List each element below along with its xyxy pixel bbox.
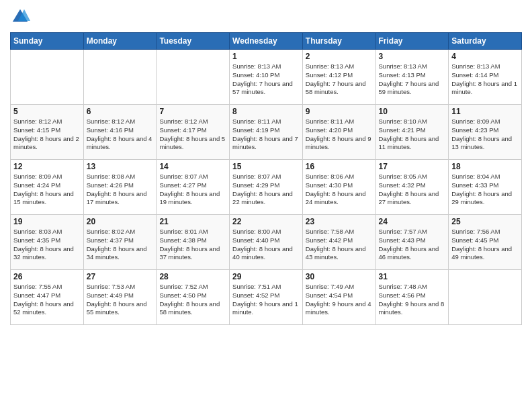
- day-number: 25: [451, 217, 519, 226]
- day-number: 4: [451, 52, 519, 61]
- day-info: Sunrise: 8:11 AM Sunset: 4:20 PM Dayligh…: [306, 118, 373, 152]
- day-info: Sunrise: 8:11 AM Sunset: 4:19 PM Dayligh…: [232, 118, 300, 152]
- calendar-cell: [83, 50, 157, 105]
- day-number: 28: [159, 272, 226, 281]
- calendar-cell: [157, 50, 230, 105]
- day-info: Sunrise: 8:13 AM Sunset: 4:10 PM Dayligh…: [232, 62, 300, 97]
- calendar-cell: 28Sunrise: 7:52 AM Sunset: 4:50 PM Dayli…: [157, 270, 230, 325]
- calendar-cell: 21Sunrise: 8:01 AM Sunset: 4:38 PM Dayli…: [157, 215, 230, 270]
- day-info: Sunrise: 8:12 AM Sunset: 4:17 PM Dayligh…: [159, 118, 226, 152]
- day-number: 27: [87, 272, 154, 281]
- calendar-cell: 7Sunrise: 8:12 AM Sunset: 4:17 PM Daylig…: [157, 105, 230, 160]
- day-number: 2: [306, 52, 373, 61]
- day-info: Sunrise: 8:02 AM Sunset: 4:37 PM Dayligh…: [87, 228, 154, 262]
- day-info: Sunrise: 7:55 AM Sunset: 4:47 PM Dayligh…: [13, 283, 81, 317]
- day-info: Sunrise: 8:13 AM Sunset: 4:12 PM Dayligh…: [306, 62, 373, 97]
- day-info: Sunrise: 7:56 AM Sunset: 4:45 PM Dayligh…: [451, 228, 519, 262]
- day-number: 16: [306, 162, 373, 171]
- calendar-cell: 20Sunrise: 8:02 AM Sunset: 4:37 PM Dayli…: [83, 215, 157, 270]
- weekday-header: Thursday: [302, 33, 375, 50]
- day-number: 11: [451, 107, 519, 116]
- day-number: 19: [13, 217, 81, 226]
- day-info: Sunrise: 8:13 AM Sunset: 4:14 PM Dayligh…: [451, 62, 519, 97]
- calendar-week-row: 19Sunrise: 8:03 AM Sunset: 4:35 PM Dayli…: [11, 215, 522, 270]
- calendar-cell: 22Sunrise: 8:00 AM Sunset: 4:40 PM Dayli…: [230, 215, 303, 270]
- calendar-week-row: 26Sunrise: 7:55 AM Sunset: 4:47 PM Dayli…: [11, 270, 522, 325]
- logo-icon: [10, 7, 30, 27]
- header: [10, 7, 522, 27]
- calendar-cell: 10Sunrise: 8:10 AM Sunset: 4:21 PM Dayli…: [375, 105, 449, 160]
- calendar-cell: 12Sunrise: 8:09 AM Sunset: 4:24 PM Dayli…: [11, 160, 84, 215]
- day-number: 18: [451, 162, 519, 171]
- day-info: Sunrise: 8:07 AM Sunset: 4:29 PM Dayligh…: [232, 173, 300, 207]
- day-info: Sunrise: 8:07 AM Sunset: 4:27 PM Dayligh…: [159, 173, 226, 207]
- weekday-header: Sunday: [11, 33, 84, 50]
- day-info: Sunrise: 8:05 AM Sunset: 4:32 PM Dayligh…: [379, 173, 446, 207]
- day-info: Sunrise: 8:09 AM Sunset: 4:24 PM Dayligh…: [13, 173, 81, 207]
- calendar-cell: 11Sunrise: 8:09 AM Sunset: 4:23 PM Dayli…: [449, 105, 522, 160]
- day-number: 24: [379, 217, 446, 226]
- calendar-week-row: 5Sunrise: 8:12 AM Sunset: 4:15 PM Daylig…: [11, 105, 522, 160]
- day-info: Sunrise: 8:06 AM Sunset: 4:30 PM Dayligh…: [306, 173, 373, 207]
- day-number: 29: [232, 272, 300, 281]
- calendar-cell: 15Sunrise: 8:07 AM Sunset: 4:29 PM Dayli…: [230, 160, 303, 215]
- day-number: 26: [13, 272, 81, 281]
- weekday-header: Monday: [83, 33, 157, 50]
- calendar-cell: 2Sunrise: 8:13 AM Sunset: 4:12 PM Daylig…: [302, 50, 375, 105]
- calendar-cell: 17Sunrise: 8:05 AM Sunset: 4:32 PM Dayli…: [375, 160, 449, 215]
- day-info: Sunrise: 7:53 AM Sunset: 4:49 PM Dayligh…: [87, 283, 154, 317]
- day-number: 22: [232, 217, 300, 226]
- weekday-header: Tuesday: [157, 33, 230, 50]
- calendar-week-row: 12Sunrise: 8:09 AM Sunset: 4:24 PM Dayli…: [11, 160, 522, 215]
- day-number: 17: [379, 162, 446, 171]
- calendar-cell: 18Sunrise: 8:04 AM Sunset: 4:33 PM Dayli…: [449, 160, 522, 215]
- calendar-cell: 16Sunrise: 8:06 AM Sunset: 4:30 PM Dayli…: [302, 160, 375, 215]
- weekday-header: Wednesday: [230, 33, 303, 50]
- day-number: 12: [13, 162, 81, 171]
- day-info: Sunrise: 7:52 AM Sunset: 4:50 PM Dayligh…: [159, 283, 226, 317]
- calendar-cell: 13Sunrise: 8:08 AM Sunset: 4:26 PM Dayli…: [83, 160, 157, 215]
- calendar-cell: 3Sunrise: 8:13 AM Sunset: 4:13 PM Daylig…: [375, 50, 449, 105]
- day-number: 1: [232, 52, 300, 61]
- day-number: 14: [159, 162, 226, 171]
- day-info: Sunrise: 8:12 AM Sunset: 4:15 PM Dayligh…: [13, 118, 81, 152]
- calendar-cell: 31Sunrise: 7:48 AM Sunset: 4:56 PM Dayli…: [375, 270, 449, 325]
- calendar-cell: 19Sunrise: 8:03 AM Sunset: 4:35 PM Dayli…: [11, 215, 84, 270]
- calendar-cell: 1Sunrise: 8:13 AM Sunset: 4:10 PM Daylig…: [230, 50, 303, 105]
- calendar-cell: 26Sunrise: 7:55 AM Sunset: 4:47 PM Dayli…: [11, 270, 84, 325]
- calendar-week-row: 1Sunrise: 8:13 AM Sunset: 4:10 PM Daylig…: [11, 50, 522, 105]
- calendar-cell: 6Sunrise: 8:12 AM Sunset: 4:16 PM Daylig…: [83, 105, 157, 160]
- calendar-cell: 14Sunrise: 8:07 AM Sunset: 4:27 PM Dayli…: [157, 160, 230, 215]
- day-info: Sunrise: 8:10 AM Sunset: 4:21 PM Dayligh…: [379, 118, 446, 152]
- calendar-cell: 9Sunrise: 8:11 AM Sunset: 4:20 PM Daylig…: [302, 105, 375, 160]
- day-number: 23: [306, 217, 373, 226]
- logo: [10, 7, 33, 27]
- day-info: Sunrise: 8:03 AM Sunset: 4:35 PM Dayligh…: [13, 228, 81, 262]
- day-info: Sunrise: 7:51 AM Sunset: 4:52 PM Dayligh…: [232, 283, 300, 317]
- day-number: 31: [379, 272, 446, 281]
- calendar-cell: 29Sunrise: 7:51 AM Sunset: 4:52 PM Dayli…: [230, 270, 303, 325]
- day-number: 13: [87, 162, 154, 171]
- day-number: 7: [159, 107, 226, 116]
- calendar-cell: [11, 50, 84, 105]
- day-info: Sunrise: 7:48 AM Sunset: 4:56 PM Dayligh…: [379, 283, 446, 317]
- weekday-header: Saturday: [449, 33, 522, 50]
- day-info: Sunrise: 8:13 AM Sunset: 4:13 PM Dayligh…: [379, 62, 446, 97]
- calendar-cell: 30Sunrise: 7:49 AM Sunset: 4:54 PM Dayli…: [302, 270, 375, 325]
- day-number: 30: [306, 272, 373, 281]
- day-number: 9: [306, 107, 373, 116]
- day-info: Sunrise: 8:08 AM Sunset: 4:26 PM Dayligh…: [87, 173, 154, 207]
- calendar-cell: 25Sunrise: 7:56 AM Sunset: 4:45 PM Dayli…: [449, 215, 522, 270]
- day-number: 8: [232, 107, 300, 116]
- day-number: 21: [159, 217, 226, 226]
- weekday-header-row: SundayMondayTuesdayWednesdayThursdayFrid…: [11, 33, 522, 50]
- day-number: 6: [87, 107, 154, 116]
- calendar-cell: 5Sunrise: 8:12 AM Sunset: 4:15 PM Daylig…: [11, 105, 84, 160]
- day-info: Sunrise: 7:49 AM Sunset: 4:54 PM Dayligh…: [306, 283, 373, 317]
- day-number: 10: [379, 107, 446, 116]
- calendar-cell: 4Sunrise: 8:13 AM Sunset: 4:14 PM Daylig…: [449, 50, 522, 105]
- day-info: Sunrise: 8:09 AM Sunset: 4:23 PM Dayligh…: [451, 118, 519, 152]
- calendar-cell: 8Sunrise: 8:11 AM Sunset: 4:19 PM Daylig…: [230, 105, 303, 160]
- page-container: SundayMondayTuesdayWednesdayThursdayFrid…: [0, 0, 532, 411]
- day-info: Sunrise: 8:00 AM Sunset: 4:40 PM Dayligh…: [232, 228, 300, 262]
